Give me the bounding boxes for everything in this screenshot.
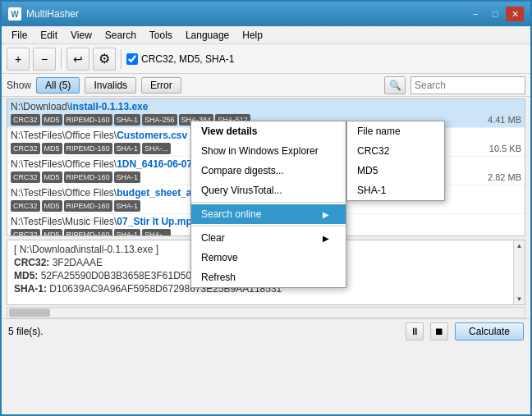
tag-md5: MD5 xyxy=(42,171,62,183)
ctx-compare-digests[interactable]: Compare digests... xyxy=(191,161,346,181)
tag-ripemd: RIPEMD-160 xyxy=(64,171,112,183)
submenu-filename[interactable]: File name xyxy=(347,121,444,141)
tag-sha1: SHA-1 xyxy=(114,200,141,212)
tag-sha256: SHA-256 xyxy=(142,114,177,126)
title-bar: W MultiHasher − □ ✕ xyxy=(2,2,530,26)
toolbar-separator-1 xyxy=(61,49,62,69)
show-label: Show xyxy=(7,80,31,91)
sha1-label: SHA-1: xyxy=(14,283,47,295)
maximize-button[interactable]: □ xyxy=(486,7,504,21)
hscroll-thumb[interactable] xyxy=(9,309,50,317)
add-button[interactable]: + xyxy=(7,48,30,71)
title-bar-left: W MultiHasher xyxy=(8,7,79,21)
tag-md5: MD5 xyxy=(42,229,62,236)
menu-tools[interactable]: Tools xyxy=(143,26,179,43)
ctx-search-online[interactable]: Search online ▶ xyxy=(191,204,346,224)
crc32-label: CRC32: xyxy=(14,257,49,268)
menu-file[interactable]: File xyxy=(5,26,34,43)
menu-search[interactable]: Search xyxy=(99,26,143,43)
close-button[interactable]: ✕ xyxy=(506,7,524,21)
tag-sha1: SHA-1 xyxy=(114,114,141,126)
filter-bar: Show All (5) Invalids Error 🔍 xyxy=(2,74,530,97)
vertical-scrollbar[interactable]: ▲ ▼ xyxy=(513,240,525,304)
md5-label: MD5: xyxy=(14,270,38,281)
tag-crc32: CRC32 xyxy=(11,143,40,154)
tag-md5: MD5 xyxy=(42,143,62,154)
file-size: 10.5 KB xyxy=(489,144,521,153)
tag-sha-more: SHA-... xyxy=(142,229,171,236)
tag-sha1: SHA-1 xyxy=(114,143,141,154)
minimize-button[interactable]: − xyxy=(466,7,484,21)
menu-edit[interactable]: Edit xyxy=(34,26,64,43)
toolbar: + − ↩ ⚙ CRC32, MD5, SHA-1 xyxy=(2,44,530,74)
tag-crc32: CRC32 xyxy=(11,229,40,236)
submenu-sha1[interactable]: SHA-1 xyxy=(347,181,444,200)
ctx-separator-2 xyxy=(191,226,346,226)
menu-bar: File Edit View Search Tools Language Hel… xyxy=(2,26,530,44)
file-size: 2.82 MB xyxy=(488,172,521,182)
ctx-arrow-icon: ▶ xyxy=(323,210,329,219)
ctx-search-online-label: Search online xyxy=(201,208,261,220)
search-icon-button[interactable]: 🔍 xyxy=(384,76,406,94)
status-bar: 5 file(s). ⏸ ⏹ Calculate xyxy=(2,318,530,343)
window-title: MultiHasher xyxy=(26,8,79,20)
tag-sha-more: SHA-... xyxy=(142,143,171,154)
tag-sha1: SHA-1 xyxy=(114,229,141,236)
tag-crc32: CRC32 xyxy=(11,200,40,212)
tag-crc32: CRC32 xyxy=(11,171,40,183)
remove-button[interactable]: − xyxy=(33,48,56,71)
stop-button[interactable]: ⏹ xyxy=(430,322,448,341)
context-menu: View details Show in Windows Explorer Co… xyxy=(190,121,346,288)
ctx-clear-arrow-icon: ▶ xyxy=(323,234,329,243)
menu-view[interactable]: View xyxy=(64,26,99,43)
tag-ripemd: RIPEMD-160 xyxy=(64,229,112,236)
submenu-crc32[interactable]: CRC32 xyxy=(347,141,444,161)
ctx-separator-1 xyxy=(191,202,346,203)
undo-button[interactable]: ↩ xyxy=(66,48,89,71)
title-bar-controls: − □ ✕ xyxy=(466,7,524,21)
ctx-clear-label: Clear xyxy=(201,232,225,244)
submenu: File name CRC32 MD5 SHA-1 xyxy=(346,121,445,201)
app-icon: W xyxy=(8,7,21,21)
hash-label: CRC32, MD5, SHA-1 xyxy=(141,53,234,65)
menu-language[interactable]: Language xyxy=(179,26,236,43)
settings-button[interactable]: ⚙ xyxy=(93,48,116,71)
app-window: W MultiHasher − □ ✕ File Edit View Searc… xyxy=(0,0,532,416)
hash-checkbox[interactable] xyxy=(126,53,138,65)
tag-sha1: SHA-1 xyxy=(114,171,141,183)
crc32-value: 3F2DAAAE xyxy=(53,257,103,268)
tag-ripemd: RIPEMD-160 xyxy=(64,200,112,212)
tag-md5: MD5 xyxy=(42,114,62,126)
ctx-view-details[interactable]: View details xyxy=(191,121,346,141)
scroll-down-arrow[interactable]: ▼ xyxy=(515,294,525,304)
ctx-query-virus[interactable]: Query VirusTotal... xyxy=(191,181,346,200)
menu-help[interactable]: Help xyxy=(236,26,269,43)
status-text: 5 file(s). xyxy=(8,326,399,337)
search-input[interactable] xyxy=(410,76,525,94)
pause-button[interactable]: ⏸ xyxy=(406,322,424,341)
all-filter-button[interactable]: All (5) xyxy=(36,77,80,94)
hash-options: CRC32, MD5, SHA-1 xyxy=(126,53,234,65)
calculate-button[interactable]: Calculate xyxy=(455,322,524,341)
horizontal-scrollbar[interactable] xyxy=(7,307,525,318)
ctx-show-explorer[interactable]: Show in Windows Explorer xyxy=(191,141,346,161)
ctx-clear[interactable]: Clear ▶ xyxy=(191,228,346,248)
toolbar-separator-2 xyxy=(121,49,122,69)
tag-crc32: CRC32 xyxy=(11,114,40,126)
main-content: N:\Download\install-0.1.13.exe CRC32 MD5… xyxy=(2,97,530,414)
submenu-md5[interactable]: MD5 xyxy=(347,161,444,181)
ctx-refresh[interactable]: Refresh xyxy=(191,267,346,287)
error-filter-button[interactable]: Error xyxy=(141,77,181,94)
invalids-filter-button[interactable]: Invalids xyxy=(85,77,136,94)
file-path: N:\Download\install-0.1.13.exe xyxy=(11,101,148,112)
ctx-remove[interactable]: Remove xyxy=(191,248,346,267)
tag-md5: MD5 xyxy=(42,200,62,212)
scroll-up-arrow[interactable]: ▲ xyxy=(515,240,525,251)
tag-ripemd: RIPEMD-160 xyxy=(64,143,112,154)
tag-ripemd: RIPEMD-160 xyxy=(64,114,112,126)
file-size: 4.41 MB xyxy=(488,115,521,125)
